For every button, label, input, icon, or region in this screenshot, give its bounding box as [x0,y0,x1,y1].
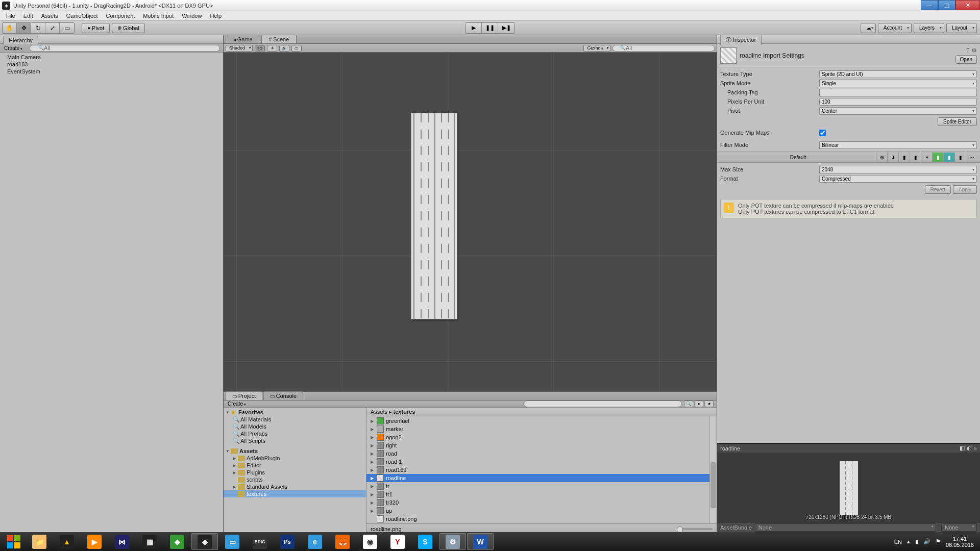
taskbar-photoshop[interactable]: Ps [274,533,301,550]
rect-tool-button[interactable]: ▭ [60,23,74,33]
menu-edit[interactable]: Edit [19,12,37,20]
asset-item[interactable]: ▶greenfuel [366,417,717,425]
assetbundle-name-dropdown[interactable]: None [755,523,936,532]
shading-mode-dropdown[interactable]: Shaded [226,45,253,52]
hierarchy-create-dropdown[interactable]: Create [0,45,27,51]
project-saved-search-button[interactable]: ● [694,400,703,407]
favorite-item[interactable]: 🔍All Prefabs [224,430,366,437]
platform-default-tab[interactable]: Default [720,155,876,160]
asset-item[interactable]: ▶tr [366,482,717,490]
platform-standalone-tab[interactable]: ⬇ [887,153,898,162]
audio-toggle[interactable]: 🔊 [279,45,289,52]
asset-item[interactable]: ▶marker [366,425,717,433]
favorite-item[interactable]: 🔍All Materials [224,416,366,423]
preview-menu-icon[interactable]: ≡ [974,445,977,452]
taskbar-explorer[interactable]: 📁 [26,533,53,550]
taskbar-word[interactable]: W [467,533,494,550]
folder-item[interactable]: ▶Editor [224,462,366,469]
hand-tool-button[interactable]: ✋ [3,23,17,33]
step-button[interactable]: ▶❚ [498,23,514,33]
taskbar-app[interactable]: ▭ [219,533,246,550]
assetbundle-variant-dropdown[interactable]: None [941,523,977,532]
account-dropdown[interactable]: Account [878,23,912,33]
tray-action-center-icon[interactable]: ⚑ [936,538,941,545]
platform-web-tab[interactable]: ⊕ [876,153,887,162]
project-create-dropdown[interactable]: Create [224,401,250,407]
preview-alpha-toggle[interactable]: ◐ [967,445,972,452]
platform-more-tab[interactable]: ⋯ [966,153,977,162]
pause-button[interactable]: ❚❚ [482,23,498,33]
project-star-button[interactable]: ★ [704,400,714,407]
open-button[interactable]: Open [955,55,977,64]
sprite-mode-dropdown[interactable]: Single [819,80,977,87]
hierarchy-item[interactable]: Main Camera [0,54,223,61]
tray-network-icon[interactable]: ▮ [915,538,918,545]
tray-show-hidden-icon[interactable]: ▴ [907,538,910,545]
asset-item[interactable]: ▶right [366,441,717,449]
packing-tag-input[interactable] [819,89,977,96]
filter-mode-dropdown[interactable]: Bilinear [819,141,977,149]
platform-ios-tab[interactable]: ▮ [898,153,910,162]
sprite-editor-button[interactable]: Sprite Editor [938,117,977,126]
preview-color-toggle[interactable]: ◧ [960,445,965,452]
move-tool-button[interactable]: ✥ [17,23,31,33]
menu-window[interactable]: Window [178,12,206,20]
project-scrollbar[interactable] [709,416,717,523]
folder-item[interactable]: ▶Standard Assets [224,483,366,490]
tray-volume-icon[interactable]: 🔊 [923,538,930,545]
menu-gameobject[interactable]: GameObject [62,12,102,20]
taskbar-chrome[interactable]: ◉ [357,533,383,550]
scene-viewport[interactable] [224,53,717,391]
folder-item[interactable]: ▶AdMobPlugin [224,455,366,462]
max-size-dropdown[interactable]: 2048 [819,166,977,173]
window-close-button[interactable]: ✕ [955,0,980,10]
rotate-tool-button[interactable]: ↻ [31,23,45,33]
layout-dropdown[interactable]: Layout [946,23,977,33]
platform-tvos-tab[interactable]: ▮ [910,153,921,162]
taskbar-yandex[interactable]: Y [384,533,411,550]
layers-dropdown[interactable]: Layers [914,23,944,33]
gizmos-dropdown[interactable]: Gizmos [583,45,610,52]
cloud-button[interactable]: ☁ [861,23,876,33]
apply-button[interactable]: Apply [953,185,977,194]
play-button[interactable]: ▶ [465,23,482,33]
asset-item-selected[interactable]: ▶roadline [366,474,717,482]
project-breadcrumb[interactable]: Assets ▸ textures [366,408,717,416]
platform-android-tab[interactable]: ▮ [932,153,943,162]
tray-clock[interactable]: 17:41 08.05.2016 [946,536,974,548]
asset-item[interactable]: ▶road [366,449,717,458]
tray-language[interactable]: EN [894,539,902,545]
menu-mobileinput[interactable]: Mobile Input [139,12,178,20]
asset-item[interactable]: ▶ogon2 [366,433,717,441]
revert-button[interactable]: Revert [925,185,951,194]
hierarchy-item[interactable]: EventSystem [0,68,223,75]
taskbar-unity[interactable]: ◈ [191,533,218,550]
taskbar-app[interactable]: ▲ [54,533,80,550]
taskbar-app[interactable]: EPIC [247,533,273,550]
pixels-per-unit-input[interactable]: 100 [819,98,977,106]
hierarchy-search-input[interactable]: 🔍 All [30,45,220,52]
project-tab[interactable]: ▭ Project [226,391,262,400]
scene-search-input[interactable]: 🔍 All [612,45,715,52]
asset-item[interactable]: roadline.png [366,515,717,523]
folder-item[interactable]: ▶Plugins [224,469,366,476]
menu-file[interactable]: File [2,12,19,20]
pivot-dropdown[interactable]: Center [819,107,977,115]
project-filter-button[interactable]: 🔍 [684,400,693,407]
menu-help[interactable]: Help [206,12,226,20]
2d-toggle[interactable]: 2D [255,45,265,52]
platform-webgl-tab[interactable]: ▮ [954,153,966,162]
generate-mipmaps-checkbox[interactable] [819,130,826,136]
folder-item-selected[interactable]: textures [224,490,366,497]
window-minimize-button[interactable]: — [921,0,938,10]
lighting-toggle[interactable]: ☀ [267,45,277,52]
hierarchy-tab[interactable]: Hierarchy [3,36,38,44]
project-search-input[interactable] [524,400,682,407]
scene-tab[interactable]: # Scene [261,35,297,43]
taskbar-app[interactable]: ▦ [136,533,163,550]
console-tab[interactable]: ▭ Console [263,391,303,400]
scale-tool-button[interactable]: ⤢ [45,23,60,33]
asset-item[interactable]: ▶tr1 [366,490,717,498]
taskbar-firefox[interactable]: 🦊 [329,533,356,550]
asset-item[interactable]: ▶road169 [366,466,717,474]
